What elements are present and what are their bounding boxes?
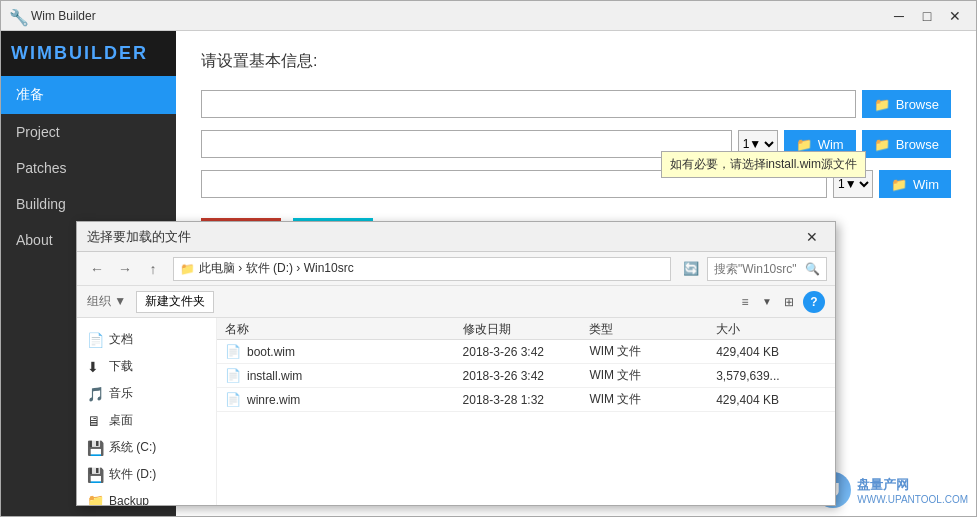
minimize-button[interactable]: ─ <box>886 6 912 26</box>
breadcrumb-part-1[interactable]: 📁 <box>180 262 195 276</box>
leftnav-downloads[interactable]: ⬇ 下载 <box>77 353 216 380</box>
folder-icon-2: 📁 <box>796 137 812 152</box>
drive-d-icon: 💾 <box>87 467 103 483</box>
view-list-button[interactable]: ≡ <box>734 291 756 313</box>
sidebar-logo: WIMBUILDER <box>1 31 176 76</box>
search-icon: 🔍 <box>805 262 820 276</box>
header-date[interactable]: 修改日期 <box>455 318 582 339</box>
tooltip: 如有必要，请选择install.wim源文件 <box>661 151 866 178</box>
file-size-col: 3,579,639... <box>708 367 835 385</box>
help-button[interactable]: ? <box>803 291 825 313</box>
breadcrumb-text: 此电脑 › 软件 (D:) › Win10src <box>199 260 354 277</box>
file-name-col: 📄 boot.wim <box>217 342 455 361</box>
file-icon: 📄 <box>225 368 241 383</box>
file-icon: 📄 <box>225 344 241 359</box>
header-type[interactable]: 类型 <box>581 318 708 339</box>
section-title: 请设置基本信息: <box>201 51 951 72</box>
view-controls: ≡ ▼ ⊞ ? <box>734 291 825 313</box>
close-button[interactable]: ✕ <box>942 6 968 26</box>
dialog-action-bar: 组织 ▼ 新建文件夹 ≡ ▼ ⊞ ? <box>77 286 835 318</box>
file-dialog: 选择要加载的文件 ✕ ← → ↑ 📁 此电脑 › 软件 (D:) › Win10… <box>76 221 836 506</box>
back-button[interactable]: ← <box>85 257 109 281</box>
music-icon: 🎵 <box>87 386 103 402</box>
header-name[interactable]: 名称 <box>217 318 455 339</box>
drive-c-icon: 💾 <box>87 440 103 456</box>
dialog-leftnav: 📄 文档 ⬇ 下载 🎵 音乐 🖥 桌面 💾 系统 (C:) <box>77 318 217 505</box>
browse-button-2[interactable]: 📁 Browse <box>862 130 951 158</box>
file-date-col: 2018-3-28 1:32 <box>455 391 582 409</box>
view-grid-button[interactable]: ⊞ <box>778 291 800 313</box>
source-input-2[interactable]: D:\Win10src\install.wim <box>201 130 732 158</box>
filelist-header: 名称 修改日期 类型 大小 <box>217 318 835 340</box>
forward-button[interactable]: → <box>113 257 137 281</box>
file-size-col: 429,404 KB <box>708 343 835 361</box>
file-icon: 📄 <box>225 392 241 407</box>
file-type-col: WIM 文件 <box>581 341 708 362</box>
sidebar-item-project[interactable]: Project <box>1 114 176 150</box>
app-window: 🔧 Wim Builder ─ □ ✕ WIMBUILDER 准备 Projec… <box>0 0 977 517</box>
form-row-1: 📁 Browse <box>201 90 951 118</box>
dialog-close-button[interactable]: ✕ <box>799 227 825 247</box>
dialog-body: 📄 文档 ⬇ 下载 🎵 音乐 🖥 桌面 💾 系统 (C:) <box>77 318 835 505</box>
dialog-title: 选择要加载的文件 <box>87 228 799 246</box>
refresh-button[interactable]: 🔄 <box>679 257 703 281</box>
leftnav-desktop[interactable]: 🖥 桌面 <box>77 407 216 434</box>
title-bar-title: Wim Builder <box>31 9 886 23</box>
folder-icon-4: 📁 <box>891 177 907 192</box>
up-button[interactable]: ↑ <box>141 257 165 281</box>
sidebar-item-patches[interactable]: Patches <box>1 150 176 186</box>
watermark: U 盘量产网 WWW.UPANTOOL.COM <box>815 472 968 508</box>
browse-button-1[interactable]: 📁 Browse <box>862 90 951 118</box>
sidebar-item-prepare[interactable]: 准备 <box>1 76 176 114</box>
leftnav-drive-c[interactable]: 💾 系统 (C:) <box>77 434 216 461</box>
search-input[interactable] <box>714 262 805 276</box>
file-row[interactable]: 📄 boot.wim 2018-3-26 3:42 WIM 文件 429,404… <box>217 340 835 364</box>
file-type-col: WIM 文件 <box>581 389 708 410</box>
file-name-col: 📄 install.wim <box>217 366 455 385</box>
dialog-title-bar: 选择要加载的文件 ✕ <box>77 222 835 252</box>
header-size[interactable]: 大小 <box>708 318 835 339</box>
leftnav-backup[interactable]: 📁 Backup <box>77 488 216 505</box>
title-bar-controls: ─ □ ✕ <box>886 6 968 26</box>
file-name-col: 📄 winre.wim <box>217 390 455 409</box>
leftnav-music[interactable]: 🎵 音乐 <box>77 380 216 407</box>
sidebar-item-building[interactable]: Building <box>1 186 176 222</box>
file-date-col: 2018-3-26 3:42 <box>455 343 582 361</box>
desktop-icon: 🖥 <box>87 413 103 429</box>
file-row[interactable]: 📄 winre.wim 2018-3-28 1:32 WIM 文件 429,40… <box>217 388 835 412</box>
breadcrumb-bar: 📁 此电脑 › 软件 (D:) › Win10src <box>173 257 671 281</box>
file-type-col: WIM 文件 <box>581 365 708 386</box>
organize-label[interactable]: 组织 ▼ <box>87 293 126 310</box>
title-bar: 🔧 Wim Builder ─ □ ✕ <box>1 1 976 31</box>
file-size-col: 429,404 KB <box>708 391 835 409</box>
folder-icon-3: 📁 <box>874 137 890 152</box>
dialog-filelist: 名称 修改日期 类型 大小 📄 boot.wim 2018-3-26 3:42 … <box>217 318 835 505</box>
dialog-toolbar: ← → ↑ 📁 此电脑 › 软件 (D:) › Win10src 🔄 🔍 <box>77 252 835 286</box>
file-date-col: 2018-3-26 3:42 <box>455 367 582 385</box>
watermark-text: 盘量产网 WWW.UPANTOOL.COM <box>857 476 968 505</box>
documents-icon: 📄 <box>87 332 103 348</box>
leftnav-drive-d[interactable]: 💾 软件 (D:) <box>77 461 216 488</box>
file-rows-container: 📄 boot.wim 2018-3-26 3:42 WIM 文件 429,404… <box>217 340 835 412</box>
source-input-1[interactable] <box>201 90 856 118</box>
folder-icon-1: 📁 <box>874 97 890 112</box>
new-folder-button[interactable]: 新建文件夹 <box>136 291 214 313</box>
backup-icon: 📁 <box>87 493 103 505</box>
wim-button-3[interactable]: 📁 Wim <box>879 170 951 198</box>
app-icon: 🔧 <box>9 8 25 24</box>
file-row[interactable]: 📄 install.wim 2018-3-26 3:42 WIM 文件 3,57… <box>217 364 835 388</box>
leftnav-documents[interactable]: 📄 文档 <box>77 326 216 353</box>
search-box: 🔍 <box>707 257 827 281</box>
downloads-icon: ⬇ <box>87 359 103 375</box>
maximize-button[interactable]: □ <box>914 6 940 26</box>
view-dropdown-button[interactable]: ▼ <box>759 291 775 313</box>
